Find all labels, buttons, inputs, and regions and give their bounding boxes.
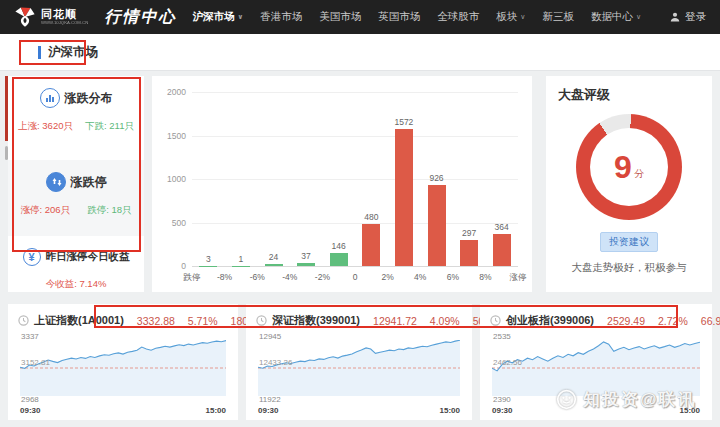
grid-line — [192, 92, 518, 93]
up-count: 上涨: 3620只 — [18, 120, 73, 133]
bar-value-label: 364 — [480, 222, 524, 232]
title-accent-bar — [38, 46, 41, 59]
bar — [297, 263, 315, 266]
x-tick-label: 4% — [414, 272, 426, 282]
up-down-arrows-icon — [46, 172, 66, 192]
rating-gauge: 9 分 — [576, 114, 682, 220]
y-tick-label: 1000 — [156, 174, 186, 184]
bar-value-label: 926 — [415, 173, 459, 183]
x-tick-label: 2% — [381, 272, 393, 282]
grid-line — [192, 223, 518, 224]
grid-line — [192, 266, 518, 267]
index-change-pct: 5.71% — [188, 315, 218, 327]
index-change-pct: 4.09% — [430, 315, 460, 327]
section-updown-distribution: 涨跌分布 上涨: 3620只 下跌: 211只 — [8, 76, 144, 160]
x-tick-label: 0 — [353, 272, 358, 282]
index-card-shenzhen: 深证指数(399001) 12941.72 4.09% 508.46 12945… — [246, 304, 472, 420]
grid-line — [192, 179, 518, 180]
index-header-chinext[interactable]: 创业板指(399006) 2529.49 2.72% 66.93 — [480, 304, 712, 328]
index-price: 3332.88 — [137, 315, 175, 327]
product-title: 行情中心 — [105, 7, 177, 28]
index-card-shanghai: 上证指数(1A0001) 3332.88 5.71% 180.07 3337 3… — [8, 304, 238, 420]
nav-item-uk[interactable]: 英国市场 — [378, 10, 420, 24]
nav-menu: 沪深市场 ∨ 香港市场 美国市场 英国市场 全球股市 板块 ∨ 新三板 数据中心… — [193, 10, 641, 24]
updown-distribution-link[interactable]: 涨跌分布 — [8, 88, 144, 108]
index-price: 2529.49 — [607, 315, 645, 327]
updown-distribution-bar-chart: 0500100015002000跌停-8%-6%-4%-2%02%4%6%8%涨… — [152, 76, 532, 292]
limit-down-count: 跌停: 18只 — [87, 204, 131, 217]
clock-icon — [256, 315, 267, 326]
market-rating-card: 大盘评级 9 分 投资建议 大盘走势极好，积极参与 — [546, 76, 712, 292]
index-header-shanghai[interactable]: 上证指数(1A0001) 3332.88 5.71% 180.07 — [8, 304, 238, 328]
market-stats-panel: 涨跌分布 上涨: 3620只 下跌: 211只 涨跌停 涨停: 206只 跌停:… — [8, 76, 144, 292]
nav-item-neeq[interactable]: 新三板 — [542, 10, 574, 24]
time-axis: 09:3015:00 — [258, 406, 460, 415]
index-change-pct: 2.72% — [658, 315, 688, 327]
nav-item-datacenter[interactable]: 数据中心 ∨ — [591, 10, 641, 24]
index-price: 12941.72 — [373, 315, 417, 327]
index-sparkline-chinext: 2535 2462.56 2390 — [492, 340, 700, 396]
rating-advice-text: 大盘走势极好，积极参与 — [558, 261, 700, 275]
y-tick-label: 1500 — [156, 131, 186, 141]
time-axis: 09:3015:00 — [20, 406, 226, 415]
y-tick-label: 2000 — [156, 87, 186, 97]
brand-logo[interactable]: 同花顺 WWW.10JQKA.COM.CN 行情中心 — [14, 6, 193, 28]
rating-title: 大盘评级 — [558, 86, 700, 104]
x-tick-label: 6% — [447, 272, 459, 282]
index-sparkline-shenzhen: 12945 12433.26 11922 — [258, 340, 460, 396]
nav-item-hushen[interactable]: 沪深市场 ∨ — [193, 10, 244, 24]
down-count: 下跌: 211只 — [85, 120, 134, 133]
today-return: 今收益: 7.14% — [46, 278, 107, 291]
section-limit-updown: 涨跌停 涨停: 206只 跌停: 18只 — [8, 160, 144, 236]
bar-value-label: 37 — [284, 251, 328, 261]
bar — [428, 185, 446, 266]
updown-distribution-chart-card: 0500100015002000跌停-8%-6%-4%-2%02%4%6%8%涨… — [152, 76, 532, 292]
x-tick-label: -4% — [282, 272, 297, 282]
bar-chart-icon — [40, 88, 60, 108]
limit-up-count: 涨停: 206只 — [21, 204, 71, 217]
user-icon — [669, 11, 681, 23]
y-tick-label: 500 — [156, 218, 186, 228]
nav-item-sectors[interactable]: 板块 ∨ — [496, 10, 525, 24]
bar-value-label: 146 — [317, 241, 361, 251]
bar — [330, 253, 348, 266]
scrollbar-thumb[interactable] — [5, 146, 8, 160]
nav-item-us[interactable]: 美国市场 — [319, 10, 361, 24]
sparkline-svg — [492, 340, 700, 396]
index-card-chinext: 创业板指(399006) 2529.49 2.72% 66.93 2535 24… — [480, 304, 712, 420]
bar — [493, 234, 511, 266]
x-tick-label: 8% — [479, 272, 491, 282]
annotation-red-bar — [5, 76, 8, 141]
bar — [362, 224, 380, 266]
y-tick-label: 0 — [156, 261, 186, 271]
investment-advice-button[interactable]: 投资建议 — [600, 232, 658, 252]
index-change: 66.93 — [701, 315, 720, 327]
nav-item-hongkong[interactable]: 香港市场 — [260, 10, 302, 24]
brand-name: 同花顺 — [41, 9, 97, 20]
bar-value-label: 1572 — [382, 117, 426, 127]
rating-score: 9 — [614, 151, 632, 183]
nav-item-global[interactable]: 全球股市 — [437, 10, 479, 24]
x-tick-label: -6% — [250, 272, 265, 282]
brand-url: WWW.10JQKA.COM.CN — [41, 21, 88, 25]
clock-icon — [490, 315, 501, 326]
page-header: 沪深市场 — [0, 34, 720, 71]
x-tick-label: 涨停 — [510, 272, 527, 284]
bar — [395, 129, 413, 266]
chevron-down-icon: ∨ — [238, 13, 244, 21]
limit-updown-link[interactable]: 涨跌停 — [8, 172, 144, 192]
x-tick-label: -2% — [315, 272, 330, 282]
login-button[interactable]: 登录 — [669, 10, 706, 24]
yuan-icon: ¥ — [23, 248, 41, 266]
x-tick-label: -8% — [217, 272, 232, 282]
yesterday-limit-return-link[interactable]: ¥ 昨日涨停今日收益 — [8, 248, 144, 266]
index-header-shenzhen[interactable]: 深证指数(399001) 12941.72 4.09% 508.46 — [246, 304, 472, 328]
index-sparkline-shanghai: 3337 3152.81 2968 — [20, 340, 226, 396]
bar — [460, 240, 478, 266]
sparkline-svg — [20, 340, 226, 396]
sparkline-svg — [258, 340, 460, 396]
chevron-down-icon: ∨ — [520, 13, 525, 21]
x-tick-label: 跌停 — [184, 272, 201, 284]
time-axis: 09:3015:00 — [492, 406, 700, 415]
ths-fan-icon — [14, 6, 36, 28]
